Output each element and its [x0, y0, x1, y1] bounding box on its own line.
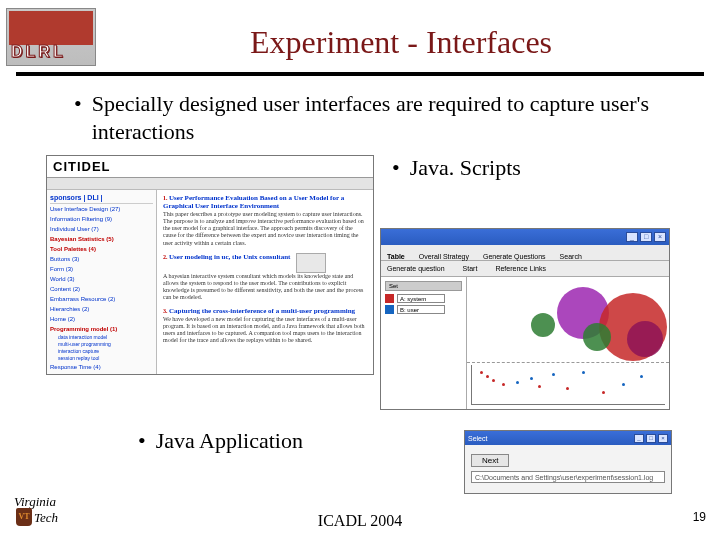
- result-1-title: User Performance Evaluation Based on a U…: [163, 194, 344, 210]
- sidebar-link[interactable]: Tool Palettes (4): [50, 244, 153, 254]
- citidel-urlbar: [47, 178, 373, 190]
- bullet-main-text: Specially designed user interfaces are r…: [92, 90, 680, 145]
- slide-footer: ICADL 2004: [0, 512, 720, 530]
- footer-venue: ICADL 2004: [318, 512, 402, 530]
- app-tab[interactable]: Overall Strategy: [419, 253, 469, 260]
- sidebar-link[interactable]: User Interface Design (27): [50, 204, 153, 214]
- close-button[interactable]: ×: [654, 232, 666, 242]
- toolbar-item[interactable]: Generate question: [387, 265, 445, 272]
- sidebar-link[interactable]: World (3): [50, 274, 153, 284]
- app-tab[interactable]: Generate Questions: [483, 253, 546, 260]
- sidebar-link[interactable]: Bayesian Statistics (5): [50, 234, 153, 244]
- maximize-button[interactable]: □: [640, 232, 652, 242]
- vt-logo-word1: Virginia: [14, 494, 56, 509]
- citidel-results: 1. User Performance Evaluation Based on …: [157, 190, 373, 375]
- bullet-sub2-text: Java Application: [156, 428, 303, 454]
- bullet-icon: •: [138, 428, 156, 454]
- app-tab[interactable]: Search: [560, 253, 582, 260]
- sidebar-link[interactable]: session replay tool: [50, 355, 153, 362]
- cluster-blob: [531, 313, 555, 337]
- app-tab[interactable]: Table: [387, 253, 405, 260]
- bullet-sub-javascripts: • Java. Scripts: [392, 155, 521, 181]
- app-canvas: [467, 277, 669, 409]
- sidebar-link[interactable]: Content (2): [50, 284, 153, 294]
- sidebar-link[interactable]: Home (2): [50, 314, 153, 324]
- scatter-point: [552, 373, 555, 376]
- app-legend-panel: Set: [381, 277, 467, 409]
- page-number: 19: [693, 510, 706, 524]
- toolbar-item[interactable]: Start: [463, 265, 478, 272]
- slide-header: DLRL Experiment - Interfaces: [0, 0, 720, 66]
- legend-header: Set: [385, 281, 462, 291]
- sidebar-link[interactable]: Response Time (4): [50, 362, 153, 372]
- file-path-input[interactable]: C:\Documents and Settings\user\experimen…: [471, 471, 665, 483]
- scatter-point: [516, 381, 519, 384]
- sidebar-link[interactable]: Form (3): [50, 264, 153, 274]
- minimize-button[interactable]: _: [634, 434, 644, 443]
- dlrl-logo-letters: DLRL: [11, 43, 66, 61]
- result-2-thumb: [296, 253, 326, 273]
- sidebar-link[interactable]: interaction capture: [50, 348, 153, 355]
- citidel-sidebar: sponsors | DLI | User Interface Design (…: [47, 190, 157, 375]
- sidebar-link[interactable]: Intelligent Interface (4): [50, 372, 153, 375]
- legend-swatch: [385, 305, 394, 314]
- legend-label-input[interactable]: [397, 294, 445, 303]
- sidebar-link[interactable]: Programming model (1): [50, 324, 153, 334]
- result-2-body: A bayesian interactive system consultant…: [163, 273, 367, 302]
- scatter-point: [582, 371, 585, 374]
- scatter-point: [566, 387, 569, 390]
- legend-swatch: [385, 294, 394, 303]
- sidebar-link[interactable]: Information Filtering (9): [50, 214, 153, 224]
- scatter-point: [622, 383, 625, 386]
- slide-title: Experiment - Interfaces: [96, 26, 706, 58]
- app-titlebar: _ □ ×: [381, 229, 669, 245]
- sidebar-link[interactable]: data interaction model: [50, 334, 153, 341]
- next-button[interactable]: Next: [471, 454, 509, 467]
- scatter-point: [486, 375, 489, 378]
- sidebar-link[interactable]: Embarrass Resource (2): [50, 294, 153, 304]
- screenshot-citidel: CITIDEL sponsors | DLI | User Interface …: [46, 155, 374, 375]
- app-tabbar: TableOverall StrategyGenerate QuestionsS…: [381, 245, 669, 261]
- legend-label-input[interactable]: [397, 305, 445, 314]
- sidebar-link[interactable]: Hierarchies (2): [50, 304, 153, 314]
- scatter-point: [640, 375, 643, 378]
- scatter-point: [602, 391, 605, 394]
- dialog-titlebar: Select _ □ ×: [465, 431, 671, 445]
- cluster-blob: [583, 323, 611, 351]
- sidebar-link[interactable]: Individual User (7): [50, 224, 153, 234]
- citidel-brand: CITIDEL: [47, 156, 373, 178]
- result-1-body: This paper describes a prototype user mo…: [163, 211, 367, 247]
- result-3-title: Capturing the cross-interference of a mu…: [169, 307, 355, 315]
- screenshot-select-dialog: Select _ □ × Next C:\Documents and Setti…: [464, 430, 672, 494]
- app-scatter-plot: [471, 365, 665, 405]
- sidebar-link[interactable]: Buttons (3): [50, 254, 153, 264]
- close-button[interactable]: ×: [658, 434, 668, 443]
- result-2-title: User modeling in uc, the Unix consultant: [169, 253, 290, 261]
- citidel-sidebar-top: sponsors | DLI |: [50, 194, 153, 204]
- sidebar-link[interactable]: multi-user programming: [50, 341, 153, 348]
- cluster-blob: [627, 321, 663, 357]
- dialog-title: Select: [468, 435, 487, 442]
- maximize-button[interactable]: □: [646, 434, 656, 443]
- legend-row: [385, 305, 462, 314]
- scatter-point: [530, 377, 533, 380]
- scatter-point: [492, 379, 495, 382]
- bullet-sub1-text: Java. Scripts: [410, 155, 521, 181]
- bullet-main: • Specially designed user interfaces are…: [74, 90, 680, 145]
- minimize-button[interactable]: _: [626, 232, 638, 242]
- legend-row: [385, 294, 462, 303]
- bullet-icon: •: [74, 90, 92, 145]
- app-toolbar: Generate questionStartReference Links: [381, 261, 669, 277]
- screenshot-java-app: _ □ × TableOverall StrategyGenerate Ques…: [380, 228, 670, 410]
- result-3-body: We have developed a new model for captur…: [163, 316, 367, 345]
- scatter-point: [502, 383, 505, 386]
- dlrl-logo: DLRL: [6, 8, 96, 66]
- scatter-point: [480, 371, 483, 374]
- title-rule: [16, 72, 704, 76]
- bullet-icon: •: [392, 155, 410, 181]
- toolbar-item[interactable]: Reference Links: [495, 265, 546, 272]
- scatter-point: [538, 385, 541, 388]
- bullet-sub-java-app: • Java Application: [138, 428, 303, 454]
